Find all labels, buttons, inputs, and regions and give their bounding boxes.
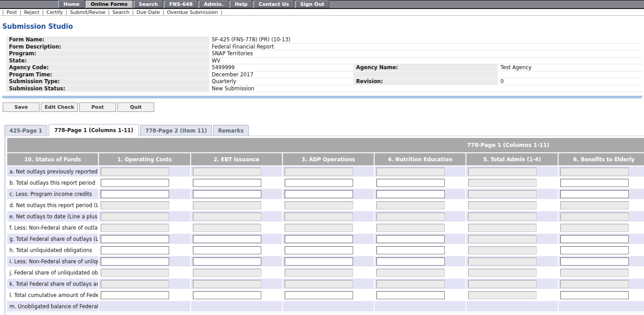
amount-input[interactable] xyxy=(193,257,261,266)
grid-row-f: f. Less: Non-Federal share of outlays xyxy=(7,222,644,233)
amount-input[interactable] xyxy=(193,179,261,187)
amount-input[interactable] xyxy=(285,246,353,254)
nav-button-sign-out[interactable]: Sign Out xyxy=(295,0,330,8)
grid-cell xyxy=(559,279,644,289)
amount-input[interactable] xyxy=(560,179,629,187)
grid-row-b: b. Total outlays this report period xyxy=(7,177,644,188)
grid-cell xyxy=(375,222,465,233)
amount-input[interactable] xyxy=(101,179,169,187)
amount-input[interactable] xyxy=(560,246,629,254)
menu-item-post[interactable]: Post xyxy=(5,9,18,15)
amount-input[interactable] xyxy=(376,246,445,254)
amount-input xyxy=(468,224,537,232)
amount-input xyxy=(468,280,537,288)
nav-button-help[interactable]: Help xyxy=(230,0,252,8)
amount-input[interactable] xyxy=(101,257,169,266)
grid-cell xyxy=(375,234,465,244)
form-info-row: State:WV xyxy=(6,57,642,64)
tab-778-page-1-columns-1-11[interactable]: 778-Page 1 (Columns 1-11) xyxy=(49,124,139,136)
menu-item-overdue-submission[interactable]: Overdue Submission xyxy=(165,9,219,15)
amount-input xyxy=(193,224,261,232)
nav-button-home[interactable]: Home xyxy=(58,0,85,8)
save-button[interactable]: Save xyxy=(3,102,40,112)
grid-cell xyxy=(375,189,465,199)
grid-cell xyxy=(375,245,465,255)
amount-input[interactable] xyxy=(193,246,261,254)
amount-input xyxy=(560,168,629,176)
grid-cell xyxy=(559,200,644,210)
grid-cell xyxy=(99,234,190,244)
table-banner: 778-Page 1 (Columns 1-11) xyxy=(7,138,644,152)
grid-cell xyxy=(559,301,644,311)
menu-item-search[interactable]: Search xyxy=(111,9,131,15)
amount-input xyxy=(560,269,629,277)
menu-item-due-date[interactable]: Due Date xyxy=(135,9,161,15)
grid-cell xyxy=(99,211,190,222)
grid-body: a. Net outlays previously reportedb. Tot… xyxy=(7,166,644,311)
grid-row-d: d. Net outlays this report period (Line … xyxy=(7,200,644,210)
menu-item-certify[interactable]: Certify xyxy=(45,9,64,15)
row-label: g. Total Federal share of outlays (Line … xyxy=(7,234,98,244)
grid-cell xyxy=(283,245,374,255)
grid-cell xyxy=(375,211,465,222)
amount-input[interactable] xyxy=(101,190,169,198)
amount-input xyxy=(101,224,169,232)
nav-button-fns-648[interactable]: FNS-648 xyxy=(164,0,197,8)
column-header-5-total-admin-1-4: 5. Total Admin (1-4) xyxy=(466,153,557,165)
grid-cell xyxy=(559,256,644,266)
menu-item-reject[interactable]: Reject xyxy=(22,9,40,15)
nav-button-contact-us[interactable]: Contact Us xyxy=(254,0,294,8)
amount-input[interactable] xyxy=(285,179,353,187)
grid-cell xyxy=(466,301,557,311)
form-info-row: Submission Type:QuarterlyRevision:0 xyxy=(6,78,642,85)
grid-cell xyxy=(559,222,644,233)
nav-button-online-forms[interactable]: Online Forms xyxy=(86,0,133,8)
grid-cell xyxy=(466,200,557,210)
toolbar: SaveEdit CheckPostQuit xyxy=(3,102,644,112)
amount-input[interactable] xyxy=(101,235,169,243)
amount-input[interactable] xyxy=(376,179,445,187)
post-button[interactable]: Post xyxy=(79,102,116,112)
nav-button-admin[interactable]: Admin. xyxy=(199,0,228,8)
amount-input[interactable] xyxy=(285,190,353,198)
grid-cell xyxy=(559,267,644,278)
menu-separator: | xyxy=(1,9,5,15)
grid-cell xyxy=(191,301,282,311)
grid-cell xyxy=(283,222,374,233)
quit-button[interactable]: Quit xyxy=(117,102,154,112)
amount-input[interactable] xyxy=(193,235,261,243)
grid-cell xyxy=(283,267,374,278)
amount-input[interactable] xyxy=(193,190,261,198)
menu-item-submit-revise[interactable]: Submit/Revise xyxy=(69,9,107,15)
amount-input xyxy=(193,280,261,288)
amount-input[interactable] xyxy=(101,246,169,254)
form-info-label: Revision: xyxy=(353,78,498,85)
row-label: m. Unobligated balance of Federal funds xyxy=(7,301,98,311)
tab-425-page-1[interactable]: 425-Page 1 xyxy=(4,125,47,136)
amount-input[interactable] xyxy=(285,257,353,266)
grid-cell xyxy=(191,222,282,233)
edit-check-button[interactable]: Edit Check xyxy=(41,102,78,112)
amount-input[interactable] xyxy=(560,190,629,198)
grid-cell xyxy=(559,189,644,199)
tab-778-page-2-item-11[interactable]: 778-Page 2 (Item 11) xyxy=(140,125,212,136)
amount-input[interactable] xyxy=(376,235,445,243)
amount-input xyxy=(101,269,169,277)
grid-cell xyxy=(191,211,282,222)
amount-input[interactable] xyxy=(285,291,353,299)
amount-input[interactable] xyxy=(101,291,169,299)
amount-input[interactable] xyxy=(560,257,629,266)
amount-input[interactable] xyxy=(193,291,261,299)
grid-cell xyxy=(283,200,374,210)
nav-button-search[interactable]: Search xyxy=(134,0,163,8)
menu-separator: | xyxy=(41,9,45,15)
form-info-label xyxy=(353,71,498,78)
amount-input[interactable] xyxy=(285,235,353,243)
amount-input[interactable] xyxy=(376,291,445,299)
amount-input[interactable] xyxy=(560,291,629,299)
grid-cell xyxy=(466,189,557,199)
amount-input[interactable] xyxy=(376,190,445,198)
amount-input[interactable] xyxy=(560,235,629,243)
amount-input[interactable] xyxy=(376,257,445,266)
tab-remarks[interactable]: Remarks xyxy=(213,125,249,136)
